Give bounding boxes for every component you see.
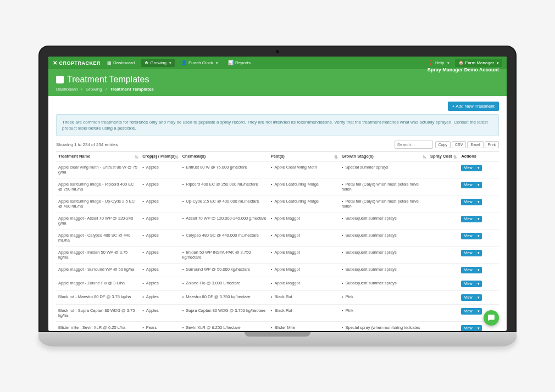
cell-crops: Apples: [140, 212, 180, 229]
page-title-icon: [56, 76, 64, 83]
cell-name: Apple maggot - Calypso 480 SC @ 440 mL/h…: [56, 229, 140, 247]
laptop-base: [38, 332, 517, 346]
copy-button[interactable]: Copy: [435, 141, 451, 148]
view-button-label: View: [461, 182, 475, 188]
col-header-pests[interactable]: Pest(s)⇅: [269, 152, 340, 161]
view-button-label: View: [461, 267, 475, 273]
view-button-label: View: [461, 308, 475, 315]
view-button[interactable]: View▾: [461, 294, 482, 301]
table-row: Black rot - Maestro 80 DF @ 3.75 kg/haAp…: [56, 291, 499, 305]
cell-stages: Pink: [340, 291, 428, 305]
view-button[interactable]: View▾: [461, 233, 482, 239]
csv-button[interactable]: CSV: [452, 141, 466, 148]
col-header-chemicals[interactable]: Chemical(s): [180, 152, 269, 161]
page-title: Treatment Templates: [56, 75, 499, 85]
cell-actions: View▾: [459, 195, 499, 212]
cell-pests: Apple Maggot: [269, 277, 340, 291]
entries-info: Showing 1 to 234 of 234 entries: [56, 142, 392, 147]
cell-pests: Apple Maggot: [269, 247, 340, 264]
view-button[interactable]: View▾: [461, 165, 482, 171]
view-button-dropdown: ▾: [475, 250, 482, 256]
info-alert: These are common treatments for referenc…: [56, 114, 499, 136]
cell-chemicals: Maestro 80 DF @ 3.750 kg/hectare: [180, 291, 269, 305]
cell-pests: Apple Clear Wing Moth: [269, 161, 340, 178]
laptop-mockup: ✕ CROPTRACKER ▦ Dashboard ☘ Growing 👤 Pu…: [38, 46, 517, 346]
cell-pests: Apple Leafcurling Midge: [269, 195, 340, 212]
nav-dashboard[interactable]: ▦ Dashboard: [104, 59, 138, 67]
cell-cost: [428, 212, 459, 229]
view-button[interactable]: View▾: [461, 308, 482, 315]
cell-cost: [428, 229, 459, 247]
col-header-crops[interactable]: Crop(s) / Plant(s)⇅: [140, 152, 180, 161]
nav-growing[interactable]: ☘ Growing: [141, 59, 175, 67]
cell-stages: Subsequent summer sprays: [340, 212, 428, 229]
cell-chemicals: Assail 70 WP @ 120.000-240.000 g/hectare: [180, 212, 269, 229]
table-row: Apple maggot - Assail 70 WP @ 120-240 g/…: [56, 212, 499, 229]
cell-chemicals: Calypso 480 SC @ 440.000 mL/hectare: [180, 229, 269, 247]
cell-actions: View▾: [459, 178, 499, 195]
view-button[interactable]: View▾: [461, 267, 482, 273]
sort-icon: ⇅: [334, 155, 338, 160]
table-row: Blister mite - Sevin XLR @ 6.25 L/haPear…: [56, 322, 499, 331]
user-icon: 👤: [181, 60, 187, 65]
chat-fab[interactable]: [484, 310, 499, 326]
view-button[interactable]: View▾: [461, 250, 482, 256]
excel-button[interactable]: Excel: [467, 141, 483, 148]
col-header-stages[interactable]: Growth Stage(s)⇅: [340, 152, 428, 161]
cell-stages: Subsequent summer sprays: [340, 264, 428, 277]
nav-reports[interactable]: 📊 Reports: [225, 59, 254, 67]
brand-logo[interactable]: ✕ CROPTRACKER: [53, 60, 101, 66]
add-new-treatment-button[interactable]: + Add New Treatment: [448, 102, 499, 111]
cell-crops: Apples: [140, 178, 180, 195]
cell-name: Apple clear wing moth - Entrust 80 W @ 7…: [56, 161, 140, 178]
search-input[interactable]: [395, 141, 433, 149]
cell-name: Blister mite - Sevin XLR @ 6.25 L/ha: [56, 322, 140, 331]
cell-chemicals: Entrust 80 W @ 75.000 g/hectare: [180, 161, 269, 178]
cell-stages: Special spray (when monitoring indicates…: [340, 322, 428, 331]
nav-farm-manager[interactable]: 🏠 Farm Manager: [455, 59, 502, 67]
table-row: Black rot - Supra Captan 80 WDG @ 3.75 k…: [56, 305, 499, 322]
view-button[interactable]: View▾: [461, 281, 482, 287]
cell-cost: [428, 247, 459, 264]
view-button[interactable]: View▾: [461, 325, 482, 331]
treatments-table: Treatment Name⇅ Crop(s) / Plant(s)⇅ Chem…: [56, 151, 499, 331]
col-header-name[interactable]: Treatment Name⇅: [56, 152, 140, 161]
view-button[interactable]: View▾: [461, 182, 482, 188]
view-button-label: View: [461, 216, 475, 222]
cell-actions: View▾: [459, 291, 499, 305]
cell-name: Black rot - Maestro 80 DF @ 3.75 kg/ha: [56, 291, 140, 305]
cell-name: Apple maggot - Imidan 50 WP @ 3.75 kg/ha: [56, 247, 140, 264]
view-button[interactable]: View▾: [461, 216, 482, 222]
cell-cost: [428, 305, 459, 322]
cell-name: Apple maggot - Assail 70 WP @ 120-240 g/…: [56, 212, 140, 229]
cell-chemicals: Supra Captan 80 WDG @ 3.750 kg/hectare: [180, 305, 269, 322]
nav-help[interactable]: ❓ Help: [425, 59, 452, 67]
breadcrumb-growing[interactable]: Growing: [86, 87, 102, 92]
nav-punch-clock[interactable]: 👤 Punch Clock: [178, 59, 221, 67]
page-title-text: Treatment Templates: [67, 75, 149, 85]
breadcrumb-dashboard[interactable]: Dashboard: [56, 87, 77, 92]
cell-cost: [428, 178, 459, 195]
cell-stages: Special summer sprays: [340, 161, 428, 178]
view-button-label: View: [461, 199, 475, 205]
breadcrumb: Dashboard / Growing / Treatment Template…: [56, 87, 499, 92]
cell-cost: [428, 264, 459, 277]
table-row: Apple clear wing moth - Entrust 80 W @ 7…: [56, 161, 499, 178]
cell-pests: Apple Maggot: [269, 264, 340, 277]
cell-chemicals: Imidan 50 WP INSTA-PAK @ 3.750 kg/hectar…: [180, 247, 269, 264]
print-button[interactable]: Print: [485, 141, 499, 148]
cell-actions: View▾: [459, 229, 499, 247]
view-button[interactable]: View▾: [461, 199, 482, 205]
breadcrumb-sep: /: [106, 87, 107, 92]
cell-crops: Apples: [140, 195, 180, 212]
cell-cost: [428, 161, 459, 178]
view-button-label: View: [461, 325, 475, 331]
cell-name: Black rot - Supra Captan 80 WDG @ 3.75 k…: [56, 305, 140, 322]
cell-cost: [428, 195, 459, 212]
view-button-dropdown: ▾: [475, 308, 482, 315]
cell-chemicals: Sevin XLR @ 6.250 L/hectare: [180, 322, 269, 331]
breadcrumb-sep: /: [81, 87, 82, 92]
cell-actions: View▾: [459, 264, 499, 277]
dashboard-icon: ▦: [107, 60, 112, 65]
col-header-cost[interactable]: Spray Cost⇅: [428, 152, 459, 161]
